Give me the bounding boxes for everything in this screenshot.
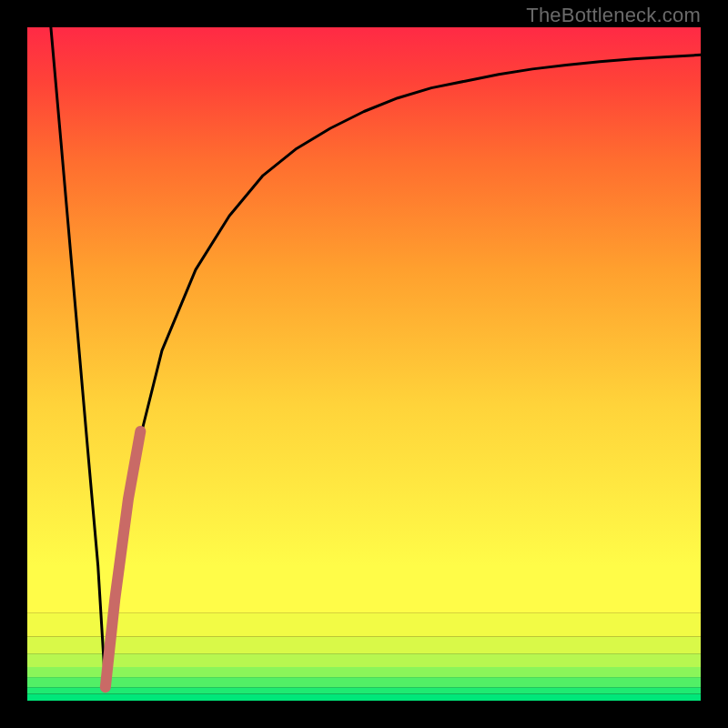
chart-frame: TheBottleneck.com [0, 0, 728, 728]
bg-band [27, 687, 701, 693]
chart-svg [27, 27, 701, 701]
bg-band [27, 694, 701, 701]
bg-band [27, 637, 701, 654]
bg-band [27, 566, 701, 613]
bg-band [27, 667, 701, 677]
bg-band [27, 677, 701, 687]
background-layer [27, 27, 701, 701]
bg-band [27, 613, 701, 637]
bg-band [27, 653, 701, 667]
plot-area [27, 27, 701, 701]
watermark-text: TheBottleneck.com [526, 4, 701, 27]
